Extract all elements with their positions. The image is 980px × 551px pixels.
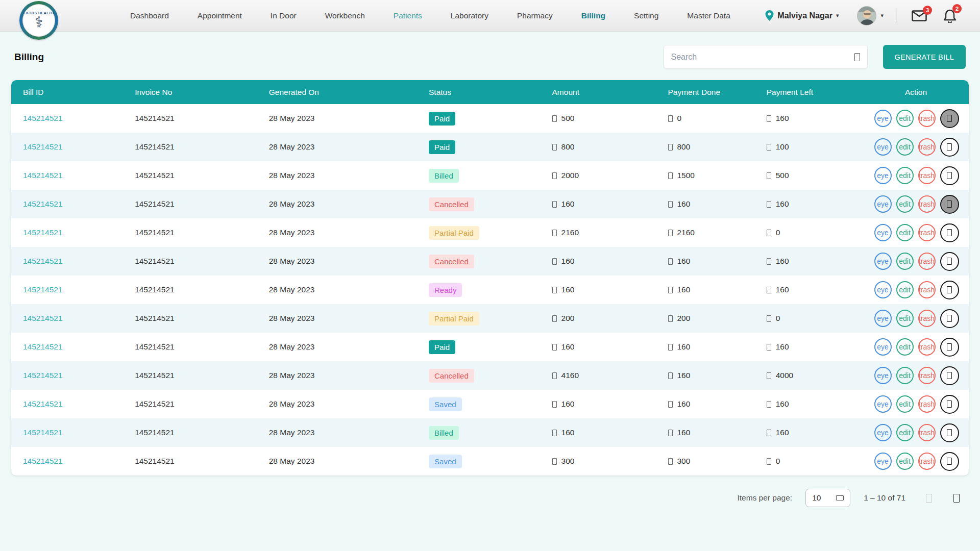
- print-button[interactable]: [940, 366, 959, 385]
- rupee-icon: [552, 401, 557, 408]
- nav-item-appointment[interactable]: Appointment: [198, 11, 242, 20]
- bill-id-link[interactable]: 145214521: [23, 199, 63, 208]
- payment-left-cell: 0: [754, 314, 867, 323]
- bill-id-link[interactable]: 145214521: [23, 342, 63, 351]
- delete-button[interactable]: trash: [918, 281, 936, 298]
- print-button[interactable]: [940, 223, 959, 242]
- nav-item-in-door[interactable]: In Door: [271, 11, 297, 20]
- location-selector[interactable]: Malviya Nagar ▾: [765, 10, 839, 21]
- table-row: 145214521 145214521 28 May 2023 Cancelle…: [11, 190, 969, 218]
- edit-button[interactable]: edit: [896, 110, 914, 127]
- edit-button[interactable]: edit: [896, 195, 914, 213]
- row-actions: eye edit trash: [867, 252, 969, 271]
- bill-id-link[interactable]: 145214521: [23, 257, 63, 265]
- view-button[interactable]: eye: [874, 338, 892, 356]
- print-icon: [947, 258, 952, 265]
- previous-page-button[interactable]: [926, 494, 932, 503]
- view-button[interactable]: eye: [874, 110, 892, 127]
- edit-button[interactable]: edit: [896, 281, 914, 298]
- bill-id-link[interactable]: 145214521: [23, 114, 63, 122]
- print-button[interactable]: [940, 423, 959, 442]
- edit-button[interactable]: edit: [896, 310, 914, 327]
- print-icon: [947, 115, 952, 122]
- print-button[interactable]: [940, 166, 959, 185]
- edit-button[interactable]: edit: [896, 395, 914, 413]
- delete-button[interactable]: trash: [918, 453, 936, 470]
- edit-button[interactable]: edit: [896, 253, 914, 270]
- view-button[interactable]: eye: [874, 367, 892, 384]
- print-button[interactable]: [940, 452, 959, 471]
- delete-button[interactable]: trash: [918, 310, 936, 327]
- bill-id-link[interactable]: 145214521: [23, 399, 63, 408]
- nav-item-patients[interactable]: Patients: [394, 11, 422, 20]
- bill-id-link[interactable]: 145214521: [23, 285, 63, 294]
- delete-button[interactable]: trash: [918, 195, 936, 213]
- nav-item-workbench[interactable]: Workbench: [325, 11, 365, 20]
- generated-on-cell: 28 May 2023: [268, 314, 428, 323]
- edit-button[interactable]: edit: [896, 138, 914, 156]
- bill-id-link[interactable]: 145214521: [23, 314, 63, 322]
- edit-button[interactable]: edit: [896, 338, 914, 356]
- bill-id-link[interactable]: 145214521: [23, 428, 63, 437]
- delete-button[interactable]: trash: [918, 367, 936, 384]
- notifications-button[interactable]: 2: [943, 9, 957, 23]
- nav-item-laboratory[interactable]: Laboratory: [451, 11, 488, 20]
- view-button[interactable]: eye: [874, 224, 892, 241]
- print-button[interactable]: [940, 195, 959, 214]
- print-button[interactable]: [940, 395, 959, 414]
- bill-id-link[interactable]: 145214521: [23, 228, 63, 237]
- table-header-row: Bill ID Invoice No Generated On Status A…: [11, 80, 969, 104]
- edit-button[interactable]: edit: [896, 424, 914, 441]
- bill-id-link[interactable]: 145214521: [23, 457, 63, 465]
- view-button[interactable]: eye: [874, 281, 892, 298]
- bill-id-link[interactable]: 145214521: [23, 142, 63, 151]
- payment-left-cell: 160: [754, 428, 867, 437]
- view-button[interactable]: eye: [874, 253, 892, 270]
- print-button[interactable]: [940, 138, 959, 157]
- delete-button[interactable]: trash: [918, 224, 936, 241]
- edit-button[interactable]: edit: [896, 224, 914, 241]
- invoice-no-cell: 145214521: [134, 285, 268, 294]
- delete-button[interactable]: trash: [918, 395, 936, 413]
- view-button[interactable]: eye: [874, 453, 892, 470]
- generate-bill-button[interactable]: GENERATE BILL: [883, 45, 966, 69]
- print-button[interactable]: [940, 109, 959, 128]
- rupee-icon: [552, 144, 557, 151]
- delete-button[interactable]: trash: [918, 110, 936, 127]
- delete-button[interactable]: trash: [918, 424, 936, 441]
- search-input[interactable]: [671, 53, 854, 62]
- nav-item-master-data[interactable]: Master Data: [687, 11, 730, 20]
- bill-id-link[interactable]: 145214521: [23, 371, 63, 380]
- print-button[interactable]: [940, 338, 959, 357]
- print-button[interactable]: [940, 309, 959, 328]
- next-page-button[interactable]: [953, 494, 960, 503]
- search-icon[interactable]: [854, 53, 860, 61]
- nav-item-dashboard[interactable]: Dashboard: [130, 11, 169, 20]
- table-row: 145214521 145214521 28 May 2023 Partial …: [11, 304, 969, 333]
- view-button[interactable]: eye: [874, 424, 892, 441]
- delete-button[interactable]: trash: [918, 138, 936, 156]
- delete-button[interactable]: trash: [918, 253, 936, 270]
- nav-item-pharmacy[interactable]: Pharmacy: [517, 11, 553, 20]
- edit-button[interactable]: edit: [896, 167, 914, 184]
- items-per-page-select[interactable]: 10: [805, 489, 850, 507]
- table-row: 145214521 145214521 28 May 2023 Partial …: [11, 218, 969, 247]
- edit-button[interactable]: edit: [896, 453, 914, 470]
- nav-item-billing[interactable]: Billing: [581, 11, 605, 20]
- delete-button[interactable]: trash: [918, 167, 936, 184]
- messages-button[interactable]: 3: [912, 10, 927, 21]
- print-button[interactable]: [940, 252, 959, 271]
- view-button[interactable]: eye: [874, 167, 892, 184]
- delete-button[interactable]: trash: [918, 338, 936, 356]
- view-button[interactable]: eye: [874, 138, 892, 156]
- nav-item-setting[interactable]: Setting: [634, 11, 658, 20]
- print-button[interactable]: [940, 281, 959, 299]
- status-badge: Saved: [429, 397, 462, 411]
- bill-id-link[interactable]: 145214521: [23, 171, 63, 180]
- view-button[interactable]: eye: [874, 395, 892, 413]
- edit-button[interactable]: edit: [896, 367, 914, 384]
- view-button[interactable]: eye: [874, 310, 892, 327]
- user-menu[interactable]: ▾: [857, 6, 884, 26]
- table-row: 145214521 145214521 28 May 2023 Paid 500…: [11, 104, 969, 133]
- view-button[interactable]: eye: [874, 195, 892, 213]
